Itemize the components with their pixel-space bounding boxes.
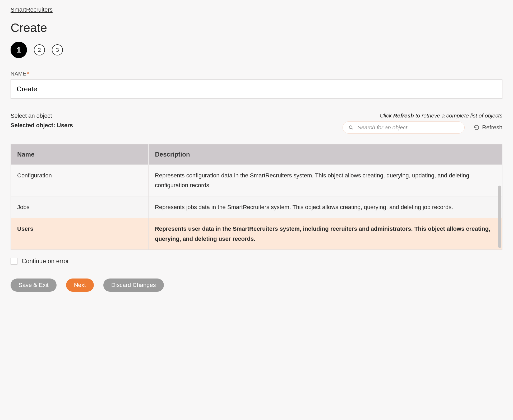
table-row[interactable]: Configuration Represents configuration d… — [11, 165, 502, 196]
cell-name: Configuration — [11, 165, 149, 196]
object-table: Name Description Configuration Represent… — [11, 144, 502, 249]
table-header-name[interactable]: Name — [11, 144, 149, 165]
svg-line-1 — [352, 128, 353, 129]
cell-description: Represents configuration data in the Sma… — [149, 165, 502, 196]
refresh-hint-bold: Refresh — [393, 112, 414, 119]
step-3[interactable]: 3 — [52, 44, 63, 55]
svg-point-0 — [349, 126, 352, 129]
discard-button[interactable]: Discard Changes — [103, 279, 164, 292]
stepper: 1 2 3 — [11, 42, 502, 58]
refresh-hint: Click Refresh to retrieve a complete lis… — [380, 112, 502, 119]
page-title: Create — [11, 21, 502, 35]
table-row[interactable]: Users Represents user data in the SmartR… — [11, 218, 502, 249]
selected-object-prefix: Selected object: — [11, 122, 57, 129]
scrollbar[interactable] — [498, 186, 501, 248]
name-field-label: NAME* — [11, 71, 502, 77]
selected-object-value: Users — [57, 122, 73, 129]
refresh-button[interactable]: Refresh — [474, 124, 502, 131]
step-connector — [45, 50, 52, 50]
name-input[interactable] — [11, 79, 502, 99]
refresh-label: Refresh — [482, 124, 502, 131]
next-button[interactable]: Next — [66, 279, 94, 292]
continue-on-error-label: Continue on error — [22, 258, 69, 265]
cell-name: Users — [11, 218, 149, 249]
selected-object-line: Selected object: Users — [11, 122, 73, 129]
table-row[interactable]: Jobs Represents jobs data in the SmartRe… — [11, 196, 502, 218]
table-header-description[interactable]: Description — [149, 144, 502, 165]
object-table-container: Name Description Configuration Represent… — [11, 144, 502, 250]
search-icon — [348, 125, 354, 130]
name-label-text: NAME — [11, 71, 26, 77]
save-exit-button[interactable]: Save & Exit — [11, 279, 57, 292]
refresh-hint-suffix: to retrieve a complete list of objects — [414, 112, 502, 119]
step-1[interactable]: 1 — [11, 42, 27, 58]
select-object-instruction: Select an object — [11, 112, 73, 119]
cell-description: Represents user data in the SmartRecruit… — [149, 218, 502, 249]
breadcrumb-smartrecruiters[interactable]: SmartRecruiters — [11, 6, 53, 13]
step-connector — [27, 50, 34, 50]
step-2[interactable]: 2 — [34, 44, 45, 55]
cell-name: Jobs — [11, 196, 149, 218]
cell-description: Represents jobs data in the SmartRecruit… — [149, 196, 502, 218]
refresh-hint-prefix: Click — [380, 112, 393, 119]
search-input[interactable] — [343, 121, 465, 134]
refresh-icon — [474, 125, 479, 130]
required-asterisk: * — [27, 71, 29, 77]
search-container — [343, 121, 465, 134]
continue-on-error-checkbox[interactable] — [11, 258, 17, 265]
